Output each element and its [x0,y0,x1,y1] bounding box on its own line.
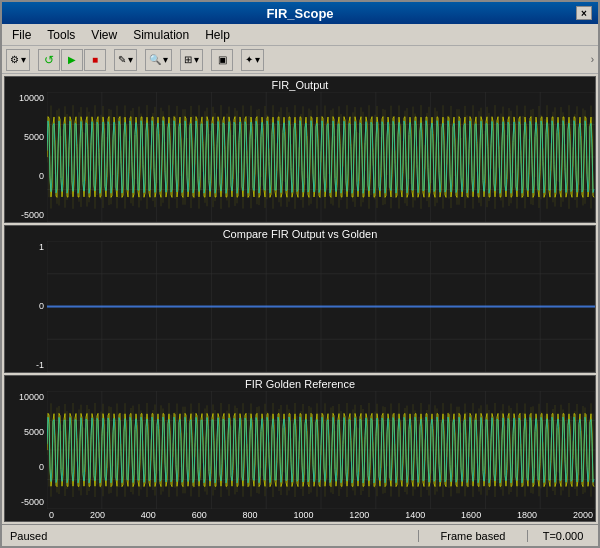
status-bar: Paused Frame based T=0.000 [2,524,598,546]
marker-icon: ✦ [245,54,253,65]
y-label-0-bot: 0 [5,463,47,472]
fir-output-canvas [47,92,595,222]
plot-golden: FIR Golden Reference 10000 5000 0 -5000 … [4,375,596,522]
y-label-10000: 10000 [5,94,47,103]
marker-dropdown[interactable]: ✦ ▾ [241,49,264,71]
toolbar-group-3: ✎ ▾ [114,49,137,71]
run-button[interactable]: ↺ [38,49,60,71]
compare-canvas-wrapper [47,241,595,371]
golden-canvas [47,391,595,509]
close-button[interactable]: × [576,6,592,20]
save-button[interactable]: ▣ [211,49,233,71]
plot-golden-inner: 10000 5000 0 -5000 [5,391,595,509]
x-label-400: 400 [141,510,156,520]
x-label-1000: 1000 [293,510,313,520]
menu-file[interactable]: File [6,27,37,43]
y-label-neg1: -1 [5,361,47,370]
toolbar-group-2: ↺ ▶ ■ [38,49,106,71]
status-time: T=0.000 [528,530,598,542]
title-bar: FIR_Scope × [2,2,598,24]
x-label-2000: 2000 [573,510,593,520]
zoom-arrow: ▾ [163,54,168,65]
plot-fir-output-inner: 10000 5000 0 -5000 [5,92,595,222]
x-label-600: 600 [192,510,207,520]
x-label-1200: 1200 [349,510,369,520]
golden-canvas-wrapper [47,391,595,509]
x-label-1600: 1600 [461,510,481,520]
y-label-5000-g: 5000 [5,428,47,437]
scale-icon: ⊞ [184,54,192,65]
scale-dropdown[interactable]: ⊞ ▾ [180,49,203,71]
x-axis: 0 200 400 600 800 1000 1200 1400 1600 18… [49,509,595,521]
play-button[interactable]: ▶ [61,49,83,71]
tool-icon: ✎ [118,54,126,65]
x-label-1800: 1800 [517,510,537,520]
plot-golden-title: FIR Golden Reference [5,376,595,391]
x-label-800: 800 [243,510,258,520]
plot-fir-output-title: FIR_Output [5,77,595,92]
toolbar: ⚙ ▾ ↺ ▶ ■ ✎ ▾ 🔍 ▾ ⊞ ▾ [2,46,598,74]
toolbar-arrow: › [591,54,594,65]
toolbar-group-7: ✦ ▾ [241,49,264,71]
window-title: FIR_Scope [24,6,576,21]
status-frame-based: Frame based [418,530,528,542]
x-label-0: 0 [49,510,54,520]
marker-arrow: ▾ [255,54,260,65]
menu-simulation[interactable]: Simulation [127,27,195,43]
dropdown-arrow-icon: ▾ [21,54,26,65]
compare-y-axis: 1 0 -1 [5,241,47,371]
x-label-1400: 1400 [405,510,425,520]
menu-bar: File Tools View Simulation Help [2,24,598,46]
menu-tools[interactable]: Tools [41,27,81,43]
golden-y-axis: 10000 5000 0 -5000 [5,391,47,509]
zoom-icon: 🔍 [149,54,161,65]
status-paused: Paused [2,530,418,542]
y-label-1: 1 [5,243,47,252]
toolbar-group-6: ▣ [211,49,233,71]
plot-compare-inner: 1 0 -1 [5,241,595,371]
y-label-neg5000-g: -5000 [5,498,47,507]
plot-compare-title: Compare FIR Output vs Golden [5,226,595,241]
scale-arrow: ▾ [194,54,199,65]
y-label-10000-g: 10000 [5,393,47,402]
gear-icon: ⚙ [10,54,19,65]
y-label-0-top: 0 [5,172,47,181]
settings-dropdown[interactable]: ⚙ ▾ [6,49,30,71]
toolbar-group-4: 🔍 ▾ [145,49,172,71]
tool-dropdown-arrow: ▾ [128,54,133,65]
y-label-0-mid: 0 [5,302,47,311]
scope-area: FIR_Output 10000 5000 0 -5000 Compare FI… [2,74,598,524]
toolbar-group-1: ⚙ ▾ [6,49,30,71]
main-window: FIR_Scope × File Tools View Simulation H… [0,0,600,548]
plot-fir-output: FIR_Output 10000 5000 0 -5000 [4,76,596,223]
compare-canvas [47,241,595,371]
zoom-dropdown[interactable]: 🔍 ▾ [145,49,172,71]
tool-dropdown[interactable]: ✎ ▾ [114,49,137,71]
plot-compare: Compare FIR Output vs Golden 1 0 -1 [4,225,596,372]
fir-output-canvas-wrapper [47,92,595,222]
stop-button[interactable]: ■ [84,49,106,71]
fir-output-y-axis: 10000 5000 0 -5000 [5,92,47,222]
menu-help[interactable]: Help [199,27,236,43]
x-label-200: 200 [90,510,105,520]
y-label-neg5000: -5000 [5,211,47,220]
y-label-5000: 5000 [5,133,47,142]
menu-view[interactable]: View [85,27,123,43]
toolbar-group-5: ⊞ ▾ [180,49,203,71]
